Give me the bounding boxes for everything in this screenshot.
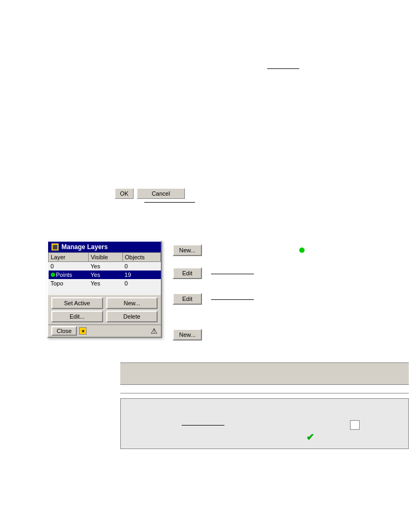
cell-layer-name: Points <box>49 271 89 279</box>
edit-button[interactable]: Edit... <box>51 311 103 322</box>
top-button-area: OK Cancel <box>115 188 185 199</box>
cell-objects: 0 <box>122 262 160 271</box>
dialog-footer: Close ★ ⚠ <box>48 324 161 337</box>
ok-button[interactable]: OK <box>115 188 134 199</box>
right-button-area-2: Edit <box>173 267 202 279</box>
warning-icon: ⚠ <box>151 327 158 335</box>
table-row[interactable]: 0 Yes 0 <box>49 262 161 271</box>
dialog-btn-row-2: Edit... Delete <box>51 311 158 322</box>
right-btn-4[interactable]: New... <box>173 329 202 341</box>
green-indicator-right <box>299 248 305 253</box>
green-checkmark: ✔ <box>306 431 314 443</box>
right-btn-1[interactable]: New... <box>173 244 202 256</box>
col-visible: Visible <box>88 253 122 262</box>
new-button[interactable]: New... <box>106 297 158 309</box>
bottom-bar-2 <box>120 398 409 449</box>
dialog-button-area: Set Active New... Edit... Delete <box>48 295 161 324</box>
bottom-bar-inner <box>121 399 408 407</box>
right-button-area-3: Edit <box>173 293 202 305</box>
cell-visible: Yes <box>88 271 122 279</box>
bottom-checkbox[interactable] <box>350 420 360 430</box>
top-line <box>267 68 299 69</box>
bottom-divider <box>120 393 409 393</box>
dialog-titlebar: ⬛ Manage Layers <box>48 242 161 252</box>
right-underline-1 <box>211 274 254 274</box>
right-btn-3[interactable]: Edit <box>173 293 202 305</box>
table-row[interactable]: Topo Yes 0 <box>49 279 161 288</box>
table-row[interactable]: Points Yes 19 <box>49 271 161 279</box>
set-active-button[interactable]: Set Active <box>51 297 103 309</box>
cell-visible: Yes <box>88 279 122 288</box>
cell-visible: Yes <box>88 262 122 271</box>
right-underline-2 <box>211 299 254 300</box>
close-button[interactable]: Close <box>51 326 77 336</box>
right-button-area-4: New... <box>173 329 202 341</box>
right-btn-2[interactable]: Edit <box>173 267 202 279</box>
mid-underline <box>144 202 195 203</box>
delete-button[interactable]: Delete <box>106 311 158 322</box>
active-dot <box>51 273 55 277</box>
cell-layer-name: 0 <box>49 262 89 271</box>
bottom-bar-1 <box>120 362 409 385</box>
cell-objects: 0 <box>122 279 160 288</box>
right-button-area-1: New... <box>173 244 202 256</box>
manage-layers-dialog: ⬛ Manage Layers Layer Visible Objects 0 … <box>47 241 162 338</box>
bottom-underline <box>182 425 224 426</box>
layers-table: Layer Visible Objects 0 Yes 0 Points Yes… <box>48 252 161 288</box>
layers-list-area[interactable]: Layer Visible Objects 0 Yes 0 Points Yes… <box>48 252 161 295</box>
dialog-title: Manage Layers <box>61 243 108 251</box>
dialog-btn-row-1: Set Active New... <box>51 297 158 309</box>
cancel-button[interactable]: Cancel <box>137 188 185 199</box>
cell-objects: 19 <box>122 271 160 279</box>
col-layer: Layer <box>49 253 89 262</box>
titlebar-icon: ⬛ <box>51 243 59 251</box>
col-objects: Objects <box>122 253 160 262</box>
cell-layer-name: Topo <box>49 279 89 288</box>
footer-icon: ★ <box>79 327 87 335</box>
